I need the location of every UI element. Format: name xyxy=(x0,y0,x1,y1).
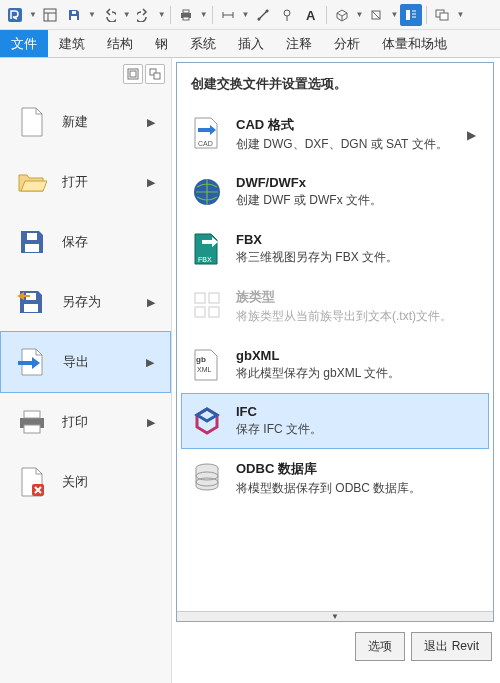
svg-rect-28 xyxy=(25,244,39,252)
file-menu-right: 创建交换文件并设置选项。 CAD CAD 格式 创建 DWG、DXF、DGN 或… xyxy=(172,58,500,683)
export-cad[interactable]: CAD CAD 格式 创建 DWG、DXF、DGN 或 SAT 文件。 ▶ xyxy=(181,105,489,164)
new-file-icon xyxy=(16,106,48,138)
tab-file[interactable]: 文件 xyxy=(0,30,48,57)
file-menu: 新建 ▶ 打开 ▶ 保存 另存为 ▶ 导出 ▶ 打印 ▶ xyxy=(0,58,500,683)
dropdown-icon[interactable]: ▼ xyxy=(389,10,398,19)
submenu-arrow-icon: ▶ xyxy=(147,416,155,429)
tab-insert[interactable]: 插入 xyxy=(227,30,275,57)
menu-label: 打印 xyxy=(62,413,133,431)
print-icon[interactable] xyxy=(175,4,197,26)
item-title: CAD 格式 xyxy=(236,116,449,134)
ifc-icon xyxy=(190,404,224,438)
tab-steel[interactable]: 钢 xyxy=(144,30,179,57)
panel-title: 创建交换文件并设置选项。 xyxy=(177,63,493,103)
tag-icon[interactable] xyxy=(276,4,298,26)
file-menu-left: 新建 ▶ 打开 ▶ 保存 另存为 ▶ 导出 ▶ 打印 ▶ xyxy=(0,58,172,683)
save-icon[interactable] xyxy=(63,4,85,26)
item-title: IFC xyxy=(236,404,474,419)
dropdown-icon[interactable]: ▼ xyxy=(157,10,166,19)
exit-button[interactable]: 退出 Revit xyxy=(411,632,492,661)
text-icon[interactable]: A xyxy=(300,4,322,26)
svg-rect-1 xyxy=(44,9,56,21)
item-title: FBX xyxy=(236,232,474,247)
dropdown-icon[interactable]: ▼ xyxy=(241,10,250,19)
measure-icon[interactable] xyxy=(217,4,239,26)
odbc-database-icon xyxy=(190,460,224,494)
menu-open[interactable]: 打开 ▶ xyxy=(0,152,171,212)
tab-structure[interactable]: 结构 xyxy=(96,30,144,57)
export-list: CAD CAD 格式 创建 DWG、DXF、DGN 或 SAT 文件。 ▶ DW… xyxy=(177,103,493,611)
export-ifc[interactable]: IFC 保存 IFC 文件。 xyxy=(181,393,489,449)
item-title: DWF/DWFx xyxy=(236,175,474,190)
menu-save[interactable]: 保存 xyxy=(0,212,171,272)
dropdown-icon[interactable]: ▼ xyxy=(199,10,208,19)
app-logo-icon[interactable] xyxy=(4,4,26,26)
tab-analyze[interactable]: 分析 xyxy=(323,30,371,57)
section-icon[interactable] xyxy=(365,4,387,26)
menu-label: 保存 xyxy=(62,233,155,251)
svg-rect-39 xyxy=(195,293,205,303)
printer-icon xyxy=(16,406,48,438)
submenu-arrow-icon: ▶ xyxy=(467,128,480,142)
svg-rect-18 xyxy=(406,10,410,20)
menu-label: 关闭 xyxy=(62,473,155,491)
scroll-down-button[interactable]: ▼ xyxy=(177,611,493,621)
cad-export-icon: CAD xyxy=(190,116,224,150)
svg-text:gb: gb xyxy=(196,355,206,364)
item-desc: 将族类型从当前族导出到文本(.txt)文件。 xyxy=(236,308,474,325)
panel-toggle-icon[interactable] xyxy=(400,4,422,26)
3d-view-icon[interactable] xyxy=(331,4,353,26)
svg-rect-4 xyxy=(71,16,77,20)
item-desc: 将模型数据保存到 ODBC 数据库。 xyxy=(236,480,474,497)
item-desc: 创建 DWG、DXF、DGN 或 SAT 文件。 xyxy=(236,136,449,153)
dropdown-icon[interactable]: ▼ xyxy=(87,10,96,19)
menu-saveas[interactable]: 另存为 ▶ xyxy=(0,272,171,332)
item-title: ODBC 数据库 xyxy=(236,460,474,478)
chevron-down-icon: ▼ xyxy=(331,612,339,621)
export-gbxml[interactable]: gbXML gbXML 将此模型保存为 gbXML 文件。 xyxy=(181,337,489,393)
recent-docs-icon[interactable] xyxy=(123,64,143,84)
svg-rect-41 xyxy=(195,307,205,317)
menu-export[interactable]: 导出 ▶ xyxy=(0,331,171,393)
export-icon xyxy=(17,346,49,378)
undo-icon[interactable] xyxy=(98,4,120,26)
menu-close[interactable]: 关闭 xyxy=(0,452,171,512)
submenu-arrow-icon: ▶ xyxy=(147,176,155,189)
export-fbx[interactable]: FBX FBX 将三维视图另存为 FBX 文件。 xyxy=(181,221,489,277)
svg-rect-34 xyxy=(24,425,40,433)
window-icon[interactable] xyxy=(431,4,453,26)
svg-point-12 xyxy=(257,17,260,20)
family-types-icon xyxy=(190,288,224,322)
options-button[interactable]: 选项 xyxy=(355,632,405,661)
submenu-arrow-icon: ▶ xyxy=(147,296,155,309)
dropdown-icon[interactable]: ▼ xyxy=(355,10,364,19)
item-desc: 创建 DWF 或 DWFx 文件。 xyxy=(236,192,474,209)
menu-print[interactable]: 打印 ▶ xyxy=(0,392,171,452)
menu-new[interactable]: 新建 ▶ xyxy=(0,92,171,152)
svg-rect-8 xyxy=(183,17,189,20)
dimension-icon[interactable] xyxy=(252,4,274,26)
svg-rect-7 xyxy=(183,10,189,13)
dropdown-icon[interactable]: ▼ xyxy=(455,10,464,19)
svg-rect-5 xyxy=(72,11,76,14)
export-dwf[interactable]: DWF/DWFx 创建 DWF 或 DWFx 文件。 xyxy=(181,164,489,220)
tab-annotate[interactable]: 注释 xyxy=(275,30,323,57)
file-menu-footer: 选项 退出 Revit xyxy=(355,632,492,661)
tab-systems[interactable]: 系统 xyxy=(179,30,227,57)
open-docs-icon[interactable] xyxy=(145,64,165,84)
tab-massing[interactable]: 体量和场地 xyxy=(371,30,458,57)
dropdown-icon[interactable]: ▼ xyxy=(122,10,131,19)
dropdown-icon[interactable]: ▼ xyxy=(28,10,37,19)
svg-rect-23 xyxy=(440,13,448,20)
redo-icon[interactable] xyxy=(133,4,155,26)
fbx-icon: FBX xyxy=(190,232,224,266)
tab-architecture[interactable]: 建筑 xyxy=(48,30,96,57)
menu-label: 另存为 xyxy=(62,293,133,311)
export-odbc[interactable]: ODBC 数据库 将模型数据保存到 ODBC 数据库。 xyxy=(181,449,489,508)
saveas-icon xyxy=(16,286,48,318)
item-title: 族类型 xyxy=(236,288,474,306)
item-desc: 将此模型保存为 gbXML 文件。 xyxy=(236,365,474,382)
properties-icon[interactable] xyxy=(39,4,61,26)
item-desc: 保存 IFC 文件。 xyxy=(236,421,474,438)
export-family-types: 族类型 将族类型从当前族导出到文本(.txt)文件。 xyxy=(181,277,489,336)
